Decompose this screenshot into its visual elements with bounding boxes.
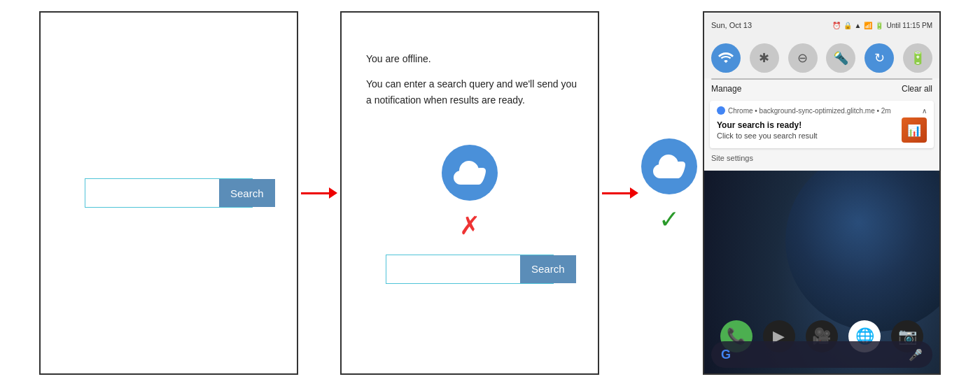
cloud-icon-3 [641,138,697,194]
google-g-logo: G [721,348,731,362]
search-input-2[interactable] [386,255,520,283]
panel1-search-area: Search [85,178,253,208]
android-status-bar: Sun, Oct 13 ⏰ 🔒 ▲ 📶 🔋 Until 11:15 PM [704,13,939,38]
search-bar-1: Search [85,178,253,208]
quick-settings-row: ✱ ⊖ 🔦 ↻ 🔋 [704,38,939,78]
clear-all-label[interactable]: Clear all [902,84,932,94]
panel-2-frame: You are offline. You can enter a search … [340,11,599,375]
vpn-icon: 🔒 [844,22,852,29]
arrow-1-head [329,187,337,199]
status-time: Until 11:15 PM [886,22,932,29]
offline-line1: You are offline. [366,51,584,66]
manage-label[interactable]: Manage [711,84,741,94]
panel3-cloud-area: ✓ [641,11,697,375]
fail-icon: ✗ [459,211,480,241]
qs-flashlight-icon[interactable]: 🔦 [826,43,855,73]
arrow-1-line [301,192,329,194]
status-bar-right: ⏰ 🔒 ▲ 📶 🔋 Until 11:15 PM [832,22,933,29]
panel-1-frame: Search [39,11,298,375]
google-mic-icon[interactable]: 🎤 [909,348,923,362]
search-button-2[interactable]: Search [520,255,576,283]
arrow-1-container [298,11,340,375]
qs-bluetooth-icon[interactable]: ✱ [750,43,779,73]
site-settings-link[interactable]: Site settings [711,152,932,164]
panel2-center: ✗ Search [386,145,554,284]
cloud-svg-2 [454,161,486,185]
arrow-2 [602,187,638,199]
google-search-bar[interactable]: G 🎤 [711,341,932,368]
offline-line2: You can enter a search query and we'll s… [366,76,584,108]
arrow-2-line [602,192,630,194]
search-button-1[interactable]: Search [219,179,275,207]
qs-battery-save-icon[interactable]: 🔋 [903,43,932,73]
android-panel: Sun, Oct 13 ⏰ 🔒 ▲ 📶 🔋 Until 11:15 PM [703,11,941,375]
panel3-wrapper: ✓ Sun, Oct 13 ⏰ 🔒 ▲ 📶 🔋 Until 11:15 PM [641,11,941,375]
notif-app-icon-symbol: 📊 [907,124,921,137]
search-bar-2: Search [386,255,554,284]
panel2-content: You are offline. You can enter a search … [342,13,598,373]
notif-header-left: Chrome • background-sync-optimized.glitc… [717,106,891,115]
offline-text-block: You are offline. You can enter a search … [366,51,584,117]
notif-body: Click to see you search result [717,131,818,140]
status-date: Sun, Oct 13 [711,21,752,29]
wifi-svg [718,52,734,64]
notif-source: Chrome • background-sync-optimized.glitc… [728,107,891,115]
alarm-icon: ⏰ [832,22,841,29]
arrow-2-container [599,11,641,375]
manage-bar: Manage Clear all [704,80,939,96]
notif-text-col: Your search is ready! Click to see you s… [717,120,818,140]
success-icon: ✓ [659,205,680,234]
battery-icon: 🔋 [875,22,883,29]
main-container: Search You are offline. You can enter a … [0,0,980,386]
notification-card[interactable]: Chrome • background-sync-optimized.glitc… [710,101,934,148]
arrow-1 [301,187,337,199]
notif-title: Your search is ready! [717,120,818,130]
arrow-2-head [630,187,638,199]
notif-collapse-icon[interactable]: ∧ [922,107,927,115]
notification-drawer: ✱ ⊖ 🔦 ↻ 🔋 Manage Clear all [704,38,939,171]
cloud-icon-2 [442,145,498,201]
search-input-1[interactable] [85,179,219,207]
notif-body-row: Your search is ready! Click to see you s… [717,117,927,143]
wifi-status-icon: ▲ [855,22,862,29]
qs-sync-icon[interactable]: ↻ [864,43,894,73]
signal-icon: 📶 [864,22,872,29]
cloud-svg-3 [653,155,685,178]
qs-dnd-icon[interactable]: ⊖ [788,43,818,73]
chrome-favicon [717,106,725,115]
qs-wifi-icon[interactable] [711,43,741,73]
notif-header: Chrome • background-sync-optimized.glitc… [717,106,927,115]
notif-app-icon: 📊 [902,117,927,143]
